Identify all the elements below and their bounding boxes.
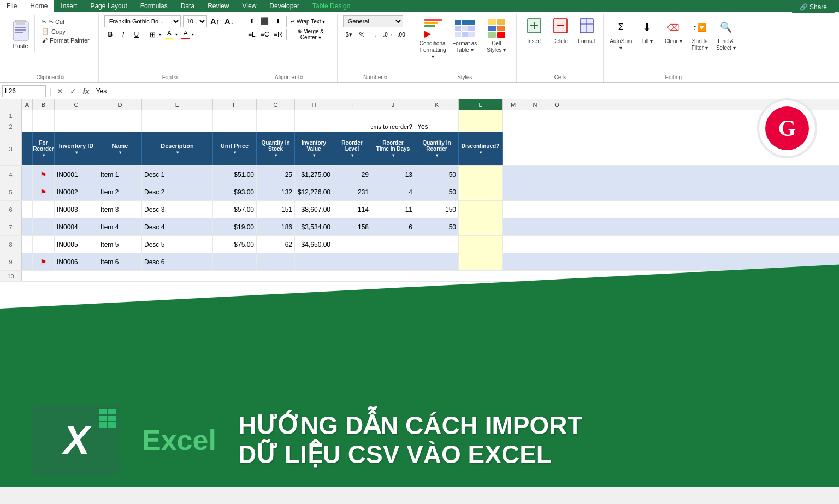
highlight-value-cell[interactable]: Yes	[415, 121, 459, 132]
table-header-for-reorder[interactable]: ForReorder ▾	[33, 132, 55, 165]
cell-f6[interactable]: $57.00	[213, 201, 257, 218]
cell-reference-box[interactable]: L26	[2, 85, 46, 97]
cell-e2[interactable]	[142, 121, 213, 132]
cell-i6[interactable]: 114	[333, 201, 371, 218]
cell-g2[interactable]	[257, 121, 295, 132]
cell-b7[interactable]	[33, 218, 55, 235]
cell-c4[interactable]: IN0001	[55, 166, 98, 183]
cell-b6[interactable]	[33, 201, 55, 218]
share-button[interactable]: 🔗 Share	[792, 1, 835, 13]
table-header-qty-reorder[interactable]: Quantity inReorder ▾	[415, 132, 459, 165]
cell-i2[interactable]	[333, 121, 371, 132]
alignment-expander[interactable]: ⧉	[300, 75, 303, 80]
cell-g4[interactable]: 25	[257, 166, 295, 183]
cell-h1[interactable]	[295, 110, 333, 121]
cell-a5[interactable]	[22, 183, 33, 200]
clipboard-expander[interactable]: ⧉	[61, 75, 64, 80]
tab-formulas[interactable]: Formulas	[134, 0, 174, 12]
cell-d2[interactable]	[98, 121, 142, 132]
cell-h6[interactable]: $8,607.00	[295, 201, 333, 218]
cell-a8[interactable]	[22, 236, 33, 253]
align-middle-button[interactable]: ⬛	[259, 15, 271, 27]
cell-a6[interactable]	[22, 201, 33, 218]
cell-a7[interactable]	[22, 218, 33, 235]
copy-button[interactable]: 📋Copy	[39, 27, 92, 36]
cell-f8[interactable]: $75.00	[213, 236, 257, 253]
tab-view[interactable]: View	[236, 0, 263, 12]
table-header-inventory-id[interactable]: Inventory ID ▾	[55, 132, 98, 165]
underline-button[interactable]: U	[131, 28, 143, 40]
col-header-m[interactable]: M	[503, 99, 524, 110]
cell-f2[interactable]	[213, 121, 257, 132]
table-header-reorder-time[interactable]: ReorderTime in Days ▾	[371, 132, 415, 165]
format-button[interactable]: Format	[575, 15, 599, 45]
table-header-reorder-level[interactable]: ReorderLevel ▾	[333, 132, 371, 165]
cell-e4[interactable]: Desc 1	[142, 166, 213, 183]
number-format-select[interactable]: General	[343, 15, 403, 27]
col-header-l[interactable]: L	[459, 99, 503, 110]
format-table-button[interactable]: Format asTable ▾	[450, 15, 480, 55]
cell-c6[interactable]: IN0003	[55, 201, 98, 218]
cell-e7[interactable]: Desc 4	[142, 218, 213, 235]
cell-k8[interactable]	[415, 236, 459, 253]
cell-k4[interactable]: 50	[415, 166, 459, 183]
merge-center-button[interactable]: ⊕ Merge & Center ▾	[289, 28, 333, 40]
find-select-button[interactable]: 🔍 Find &Select ▾	[714, 15, 738, 52]
cell-g8[interactable]: 62	[257, 236, 295, 253]
row-num-3[interactable]: 3	[0, 132, 22, 165]
cell-d5[interactable]: Item 2	[98, 183, 142, 200]
italic-button[interactable]: I	[117, 28, 129, 40]
cell-d7[interactable]: Item 4	[98, 218, 142, 235]
cell-j4[interactable]: 13	[371, 166, 415, 183]
cell-l4[interactable]	[459, 166, 503, 183]
col-header-h[interactable]: H	[295, 99, 333, 110]
cell-k5[interactable]: 50	[415, 183, 459, 200]
percent-button[interactable]: %	[356, 28, 368, 40]
cell-styles-button[interactable]: CellStyles ▾	[481, 15, 512, 55]
row-num-1[interactable]: 1	[0, 110, 22, 121]
font-size-select[interactable]: 10	[183, 15, 207, 27]
decrease-decimal-button[interactable]: .0→	[382, 28, 394, 40]
cell-i4[interactable]: 29	[333, 166, 371, 183]
cell-l6[interactable]	[459, 201, 503, 218]
row-num-7[interactable]: 7	[0, 218, 22, 235]
cell-i7[interactable]: 158	[333, 218, 371, 235]
cell-b8[interactable]	[33, 236, 55, 253]
cell-b2[interactable]	[33, 121, 55, 132]
col-header-g[interactable]: G	[257, 99, 295, 110]
align-center-button[interactable]: ≡C	[259, 28, 271, 40]
autosum-button[interactable]: Σ AutoSum ▾	[609, 15, 633, 52]
tab-data[interactable]: Data	[174, 0, 201, 12]
cell-b1[interactable]	[33, 110, 55, 121]
cell-d8[interactable]: Item 5	[98, 236, 142, 253]
align-left-button[interactable]: ≡L	[246, 28, 258, 40]
cell-f7[interactable]: $19.00	[213, 218, 257, 235]
tab-table-design[interactable]: Table Design	[306, 0, 357, 12]
col-header-n[interactable]: N	[524, 99, 546, 110]
increase-font-button[interactable]: A↑	[209, 15, 221, 27]
row-num-5[interactable]: 5	[0, 183, 22, 200]
cell-g5[interactable]: 132	[257, 183, 295, 200]
col-header-o[interactable]: O	[546, 99, 568, 110]
table-header-inventory-value[interactable]: InventoryValue ▾	[295, 132, 333, 165]
col-header-f[interactable]: F	[213, 99, 257, 110]
col-header-a[interactable]: A	[22, 99, 33, 110]
cell-c2[interactable]	[55, 121, 98, 132]
cut-button[interactable]: ✂✂ Cut	[39, 17, 92, 27]
col-header-j[interactable]: J	[371, 99, 415, 110]
tab-page-layout[interactable]: Page Layout	[84, 0, 133, 12]
cell-k7[interactable]: 50	[415, 218, 459, 235]
insert-function-button[interactable]: fx	[81, 87, 92, 96]
cell-d6[interactable]: Item 3	[98, 201, 142, 218]
font-expander[interactable]: ⧉	[174, 75, 178, 80]
cell-l2[interactable]	[459, 121, 503, 132]
font-color-button[interactable]: A ▾	[180, 28, 196, 40]
col-header-b[interactable]: B	[33, 99, 55, 110]
number-expander[interactable]: ⧉	[384, 75, 387, 80]
cell-c8[interactable]: IN0005	[55, 236, 98, 253]
cell-i1[interactable]	[333, 110, 371, 121]
row-num-6[interactable]: 6	[0, 201, 22, 218]
cell-c5[interactable]: IN0002	[55, 183, 98, 200]
cell-a1[interactable]	[22, 110, 33, 121]
accounting-button[interactable]: $▾	[343, 28, 355, 40]
